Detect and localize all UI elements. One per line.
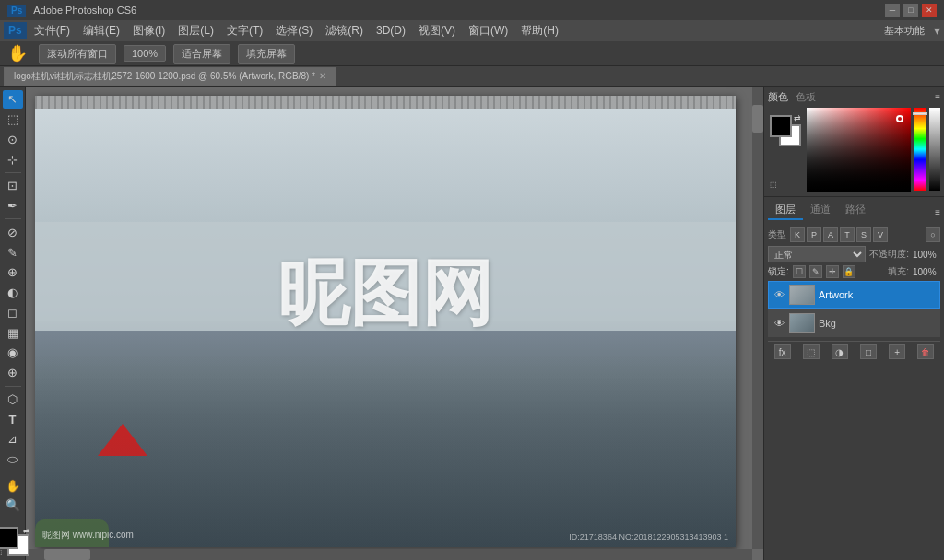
tab-filename: logo桂机vi桂机标志桂机2572 1600 1200.psd @ 60.5%… bbox=[14, 70, 315, 83]
layer-filter-toggle[interactable]: ○ bbox=[926, 228, 940, 242]
watermark-right: ID:21718364 NO:2018122905313413903 1 bbox=[569, 532, 728, 542]
menu-ps[interactable]: Ps bbox=[4, 22, 27, 39]
maximize-button[interactable]: □ bbox=[903, 4, 918, 17]
zoom-level-button[interactable]: 100% bbox=[124, 45, 166, 62]
layer-item-bkg[interactable]: 👁 Bkg bbox=[768, 309, 940, 337]
move-tool-button[interactable]: ↖ bbox=[3, 90, 23, 109]
layer-thumbnail-bkg bbox=[789, 313, 815, 333]
layer-item-artwork[interactable]: 👁 Artwork bbox=[768, 281, 940, 309]
tab-paths[interactable]: 路径 bbox=[838, 201, 873, 220]
dodge-tool-button[interactable]: ⊕ bbox=[3, 364, 23, 382]
fill-label: 填充: bbox=[888, 265, 909, 278]
layers-filter-bar: 类型 K P A T S V ○ bbox=[768, 228, 940, 242]
menu-edit[interactable]: 编辑(E) bbox=[77, 21, 125, 41]
tab-bar: logo桂机vi桂机标志桂机2572 1600 1200.psd @ 60.5%… bbox=[0, 66, 944, 87]
clone-stamp-button[interactable]: ⊕ bbox=[3, 263, 23, 282]
minimize-button[interactable]: ─ bbox=[885, 4, 900, 17]
lock-image-button[interactable]: ✎ bbox=[809, 265, 822, 278]
menu-view[interactable]: 视图(V) bbox=[413, 21, 461, 41]
type-tool-button[interactable]: T bbox=[3, 410, 23, 428]
reset-colors-icon[interactable]: ⬚ bbox=[0, 549, 3, 556]
options-bar: ✋ 滚动所有窗口 100% 适合屏幕 填充屏幕 bbox=[0, 41, 944, 66]
menu-layer[interactable]: 图层(L) bbox=[172, 21, 219, 41]
main-area: ↖ ⬚ ⊙ ⊹ ⊡ ✒ ⊘ ✎ ⊕ ◐ ◻ ▦ ◉ ⊕ ⬡ T ⊿ ⬭ ✋ 🔍 … bbox=[0, 87, 944, 560]
eraser-tool-button[interactable]: ◻ bbox=[3, 303, 23, 321]
color-saturation-picker[interactable] bbox=[807, 108, 911, 192]
lock-position-button[interactable]: ✛ bbox=[826, 265, 839, 278]
brush-tool-button[interactable]: ✎ bbox=[3, 243, 23, 262]
canvas-wrapper: 昵图网 bbox=[35, 96, 736, 547]
layer-adjustment-button[interactable]: ◑ bbox=[832, 344, 848, 359]
layers-blend-opacity: 正常 不透明度: 100% bbox=[768, 246, 940, 262]
layer-filter-icons: K P A T S V bbox=[790, 228, 888, 242]
tab-layers[interactable]: 图层 bbox=[768, 201, 803, 220]
layer-mask-button[interactable]: ⬚ bbox=[803, 344, 820, 359]
lock-all-button[interactable]: 🔒 bbox=[843, 265, 856, 278]
layers-panel: 图层 通道 路径 ≡ 类型 K P A T S V ○ bbox=[764, 197, 944, 560]
shape-tool-button[interactable]: ⬭ bbox=[3, 450, 23, 469]
layer-list: 👁 Artwork 👁 Bkg bbox=[768, 281, 940, 337]
color-panel-menu-button[interactable]: ≡ bbox=[935, 92, 940, 102]
layers-panel-menu-button[interactable]: ≡ bbox=[935, 207, 940, 217]
menu-select[interactable]: 选择(S) bbox=[270, 21, 318, 41]
swap-colors-icon[interactable]: ⇄ bbox=[23, 527, 30, 535]
foreground-color-box[interactable] bbox=[0, 527, 18, 549]
canvas-hscrollbar[interactable] bbox=[26, 549, 752, 560]
delete-layer-button[interactable]: 🗑 bbox=[917, 344, 934, 359]
marquee-tool-button[interactable]: ⬚ bbox=[3, 111, 23, 129]
opacity-value: 100% bbox=[913, 250, 940, 260]
lock-pixels-button[interactable]: ☐ bbox=[793, 265, 806, 278]
lasso-tool-button[interactable]: ⊙ bbox=[3, 131, 23, 149]
menu-type[interactable]: 文字(T) bbox=[221, 21, 268, 41]
tab-close-button[interactable]: ✕ bbox=[319, 71, 326, 81]
tab-channels[interactable]: 通道 bbox=[803, 201, 838, 220]
document-tab[interactable]: logo桂机vi桂机标志桂机2572 1600 1200.psd @ 60.5%… bbox=[4, 67, 336, 86]
fill-screen-button[interactable]: 填充屏幕 bbox=[238, 44, 295, 64]
layer-effects-button[interactable]: fx bbox=[774, 344, 791, 359]
menu-file[interactable]: 文件(F) bbox=[29, 21, 76, 41]
close-button[interactable]: ✕ bbox=[922, 4, 937, 17]
menu-image[interactable]: 图像(I) bbox=[127, 21, 171, 41]
workspace-dropdown-icon[interactable]: ▾ bbox=[934, 23, 940, 38]
color-fg-swatch[interactable] bbox=[770, 115, 792, 137]
healing-brush-button[interactable]: ⊘ bbox=[3, 223, 23, 241]
fit-screen-button[interactable]: 适合屏幕 bbox=[173, 44, 230, 64]
menu-window[interactable]: 窗口(W) bbox=[463, 21, 513, 41]
filter-smart-icon[interactable]: S bbox=[856, 228, 871, 242]
layer-visibility-artwork[interactable]: 👁 bbox=[773, 288, 785, 301]
hue-slider[interactable] bbox=[914, 108, 926, 191]
new-layer-button[interactable]: + bbox=[889, 344, 905, 359]
menu-3d[interactable]: 3D(D) bbox=[371, 22, 411, 39]
history-brush-button[interactable]: ◐ bbox=[3, 284, 23, 302]
layer-visibility-bkg[interactable]: 👁 bbox=[773, 317, 785, 330]
filter-vector-icon[interactable]: V bbox=[873, 228, 888, 242]
zoom-tool-button[interactable]: 🔍 bbox=[3, 496, 23, 515]
blend-mode-select[interactable]: 正常 bbox=[768, 246, 866, 262]
left-toolbar: ↖ ⬚ ⊙ ⊹ ⊡ ✒ ⊘ ✎ ⊕ ◐ ◻ ▦ ◉ ⊕ ⬡ T ⊿ ⬭ ✋ 🔍 … bbox=[0, 87, 26, 560]
hand-tool-button[interactable]: ✋ bbox=[3, 476, 23, 495]
canvas-area[interactable]: 昵图网 bbox=[26, 87, 763, 560]
pen-tool-button[interactable]: ⬡ bbox=[3, 390, 23, 408]
magic-wand-button[interactable]: ⊹ bbox=[3, 150, 23, 169]
color-panel: 颜色 色板 ≡ ⬚ ⇄ bbox=[764, 87, 944, 197]
scroll-all-windows-button[interactable]: 滚动所有窗口 bbox=[39, 44, 116, 64]
filter-type-text-icon[interactable]: T bbox=[840, 228, 855, 242]
swatch-panel-title: 色板 bbox=[796, 90, 816, 104]
swap-fg-bg-icon[interactable]: ⇄ bbox=[794, 113, 801, 122]
layer-group-button[interactable]: □ bbox=[860, 344, 877, 359]
menu-help[interactable]: 帮助(H) bbox=[515, 21, 564, 41]
layers-bottom-actions: fx ⬚ ◑ □ + 🗑 bbox=[768, 341, 940, 359]
reset-default-colors-icon[interactable]: ⬚ bbox=[770, 181, 777, 189]
eyedropper-tool-button[interactable]: ✒ bbox=[3, 197, 23, 216]
path-select-button[interactable]: ⊿ bbox=[3, 430, 23, 449]
canvas-vscrollbar[interactable] bbox=[752, 87, 763, 549]
gradient-tool-button[interactable]: ▦ bbox=[3, 323, 23, 342]
opacity-slider[interactable] bbox=[929, 108, 940, 191]
crop-tool-button[interactable]: ⊡ bbox=[3, 177, 23, 195]
filter-adjustment-icon[interactable]: A bbox=[823, 228, 838, 242]
filter-pixel-icon[interactable]: P bbox=[807, 228, 821, 242]
workspace-label: 基本功能 bbox=[877, 22, 932, 40]
blur-tool-button[interactable]: ◉ bbox=[3, 344, 23, 362]
menu-filter[interactable]: 滤镜(R) bbox=[320, 21, 369, 41]
filter-kind-icon[interactable]: K bbox=[790, 228, 805, 242]
